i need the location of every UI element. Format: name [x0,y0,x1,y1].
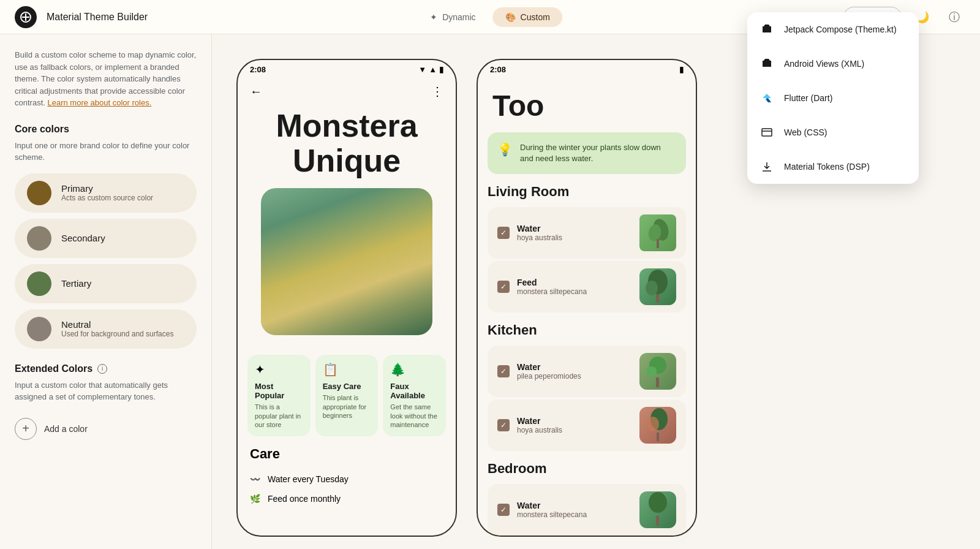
neutral-sublabel: Used for background and surfaces [61,330,173,338]
download-icon [760,159,774,174]
easycare-title: Easy Care [323,382,371,391]
neutral-color-swatch[interactable]: Neutral Used for background and surfaces [15,309,197,349]
jetpack-label: Jetpack Compose (Theme.kt) [784,25,897,34]
dropdown-item-android[interactable]: Android Views (XML) [747,47,919,81]
sparkle-icon: ✦ [430,12,437,22]
dynamic-tab[interactable]: ✦ Dynamic [418,7,488,27]
core-colors-title: Core colors [15,124,197,135]
plant-image [261,188,432,335]
status-icons-2: ▮ [679,65,684,74]
feature-card-faux: 🌲 Faux Available Get the same look witho… [383,355,446,436]
bedroom-title: Bedroom [488,461,686,477]
dropdown-item-tokens[interactable]: Material Tokens (DSP) [747,150,919,184]
plant-name-5: Water [517,501,632,510]
phone-nav-1: ← ⋮ [238,79,456,104]
core-colors-desc: Input one or more brand color to define … [15,140,197,164]
dropdown-item-web[interactable]: Web (CSS) [747,115,919,150]
logo [15,6,37,28]
water-icon: 〰️ [250,474,260,484]
svg-rect-17 [762,129,772,136]
plant-img-3 [639,353,676,390]
primary-swatch-circle [27,181,51,205]
checkbox-2[interactable]: ✓ [497,281,510,293]
plant-img-2 [639,268,676,305]
svg-rect-14 [656,516,659,526]
palette-icon: 🎨 [505,12,516,22]
living-room-item-2: ✓ Feed monstera siltepecana [488,261,686,312]
extended-colors-desc: Input a custom color that automatically … [15,379,197,403]
easycare-icon: 📋 [323,362,371,377]
plant-species-1: hoya australis [517,233,632,242]
checkbox-1[interactable]: ✓ [497,227,510,239]
svg-rect-6 [656,294,659,303]
wifi-icon: ▼ [418,65,426,74]
plant-img-1 [639,214,676,251]
plant-species-2: monstera siltepecana [517,287,632,296]
add-color-label: Add a color [44,424,88,434]
kitchen-item-1: ✓ Water pilea peperomiodes [488,346,686,397]
status-icons-1: ▼ ▲ ▮ [418,65,443,74]
bedroom-item-1: ✓ Water monstera siltepecana [488,484,686,536]
room-bedroom: Bedroom ✓ Water monstera siltepecana [488,461,686,536]
time-2: 2:08 [490,65,506,74]
checkbox-3[interactable]: ✓ [497,365,510,377]
care-title: Care [250,446,443,462]
dropdown-item-flutter[interactable]: Flutter (Dart) [747,81,919,115]
secondary-color-swatch[interactable]: Secondary [15,219,197,258]
svg-point-13 [649,492,667,513]
checkbox-5[interactable]: ✓ [497,504,510,516]
primary-sublabel: Acts as custom source color [61,194,153,202]
web-icon [760,125,774,140]
export-dropdown: Jetpack Compose (Theme.kt) Android Views… [747,12,919,184]
status-bar-1: 2:08 ▼ ▲ ▮ [238,60,456,79]
svg-point-5 [646,281,658,295]
svg-point-11 [647,417,659,431]
add-color-button[interactable]: + Add a color [15,413,197,445]
tertiary-label: Tertiary [61,278,91,289]
plant-species-5: monstera siltepecana [517,510,632,519]
room-kitchen: Kitchen ✓ Water pilea peperomiodes ✓ Wat… [488,322,686,451]
tip-icon: 💡 [497,142,513,157]
info-button[interactable]: ⓘ [943,6,965,28]
phone2-content: Too 💡 During the winter your plants slow… [478,79,696,537]
custom-tab[interactable]: 🎨 Custom [493,7,562,27]
care-item-water: 〰️ Water every Tuesday [250,469,443,489]
sidebar-description: Build a custom color scheme to map dynam… [15,49,197,109]
extended-info-icon[interactable]: i [97,364,107,374]
plant-name-3: Water [517,362,632,372]
neutral-label: Neutral [61,319,173,330]
primary-color-swatch[interactable]: Primary Acts as custom source color [15,173,197,213]
svg-rect-12 [657,433,659,441]
web-label: Web (CSS) [784,127,827,137]
tertiary-swatch-circle [27,271,51,296]
learn-more-link[interactable]: Learn more about color roles. [47,98,151,107]
plant-name-2: Feed [517,278,632,287]
svg-marker-15 [763,94,771,99]
plant-name-1: Water [517,224,632,233]
phone-mockup-1: 2:08 ▼ ▲ ▮ ← ⋮ Monstera Unique ✦ Most Po… [236,59,457,537]
tip-text: During the winter your plants slow down … [520,142,676,164]
add-icon: + [15,418,37,440]
living-room-title: Living Room [488,184,686,200]
android-icon-2 [760,56,774,71]
plant-species-4: hoya australis [517,426,632,434]
tertiary-color-swatch[interactable]: Tertiary [15,264,197,303]
checkbox-4[interactable]: ✓ [497,419,510,431]
kitchen-item-2: ✓ Water hoya australis [488,399,686,451]
easycare-desc: This plant is appropriate for beginners [323,393,371,420]
svg-rect-3 [657,239,659,248]
faux-title: Faux Available [390,382,439,400]
extended-colors-section: Extended Colors i Input a custom color t… [15,363,197,445]
kitchen-title: Kitchen [488,322,686,338]
plant-title: Monstera Unique [238,104,456,188]
extended-colors-title: Extended Colors [15,363,92,374]
back-icon[interactable]: ← [250,85,262,99]
primary-label: Primary [61,183,153,194]
dropdown-item-jetpack[interactable]: Jetpack Compose (Theme.kt) [747,12,919,47]
care-section: Care 〰️ Water every Tuesday 🌿 Feed once … [238,436,456,518]
plant-name-4: Water [517,416,632,426]
popular-desc: This is a popular plant in our store [255,403,303,429]
secondary-label: Secondary [61,233,105,243]
popular-title: Most Popular [255,382,303,400]
more-icon[interactable]: ⋮ [431,84,443,99]
